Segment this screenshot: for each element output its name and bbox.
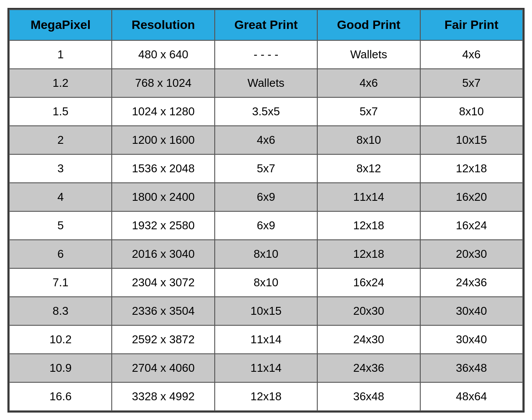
table-row: 21200 x 16004x68x1010x15: [9, 126, 523, 154]
table-cell: 1200 x 1600: [112, 126, 214, 154]
table-cell: 6x9: [215, 211, 317, 240]
table-row: 1.51024 x 12803.5x55x78x10: [9, 97, 523, 126]
table-cell: 1: [9, 40, 112, 69]
table-cell: 11x14: [317, 183, 420, 211]
table-cell: 12x18: [420, 154, 523, 183]
table-cell: 12x18: [317, 211, 420, 240]
table-cell: 5: [9, 211, 112, 240]
table-cell: 2592 x 3872: [112, 325, 214, 354]
table-row: 10.92704 x 406011x1424x3636x48: [9, 354, 523, 382]
table-row: 7.12304 x 30728x1016x2424x36: [9, 268, 523, 297]
main-table-wrapper: MegaPixel Resolution Great Print Good Pr…: [7, 8, 525, 413]
table-cell: 1800 x 2400: [112, 183, 214, 211]
table-cell: 768 x 1024: [112, 69, 214, 97]
table-cell: 5x7: [215, 154, 317, 183]
table-cell: 2016 x 3040: [112, 240, 214, 268]
table-cell: 24x36: [420, 268, 523, 297]
table-cell: 36x48: [317, 382, 420, 411]
table-row: 62016 x 30408x1012x1820x30: [9, 240, 523, 268]
table-cell: 8x10: [317, 126, 420, 154]
table-cell: 7.1: [9, 268, 112, 297]
table-row: 10.22592 x 387211x1424x3030x40: [9, 325, 523, 354]
table-cell: 16x24: [317, 268, 420, 297]
table-row: 16.63328 x 499212x1836x4848x64: [9, 382, 523, 411]
table-cell: 16.6: [9, 382, 112, 411]
table-cell: 16x20: [420, 183, 523, 211]
table-cell: 4: [9, 183, 112, 211]
table-cell: 48x64: [420, 382, 523, 411]
table-cell: Wallets: [215, 69, 317, 97]
table-cell: 10x15: [215, 297, 317, 325]
table-cell: 4x6: [215, 126, 317, 154]
table-cell: 6: [9, 240, 112, 268]
col-header-resolution: Resolution: [112, 10, 214, 40]
table-cell: 3.5x5: [215, 97, 317, 126]
col-header-megapixel: MegaPixel: [9, 10, 112, 40]
table-cell: 8x10: [215, 268, 317, 297]
table-cell: 11x14: [215, 325, 317, 354]
table-row: 51932 x 25806x912x1816x24: [9, 211, 523, 240]
table-cell: 1.5: [9, 97, 112, 126]
col-header-great-print: Great Print: [215, 10, 317, 40]
table-cell: 24x30: [317, 325, 420, 354]
table-cell: 20x30: [420, 240, 523, 268]
table-cell: 24x36: [317, 354, 420, 382]
table-cell: 8x10: [420, 97, 523, 126]
table-cell: - - - -: [215, 40, 317, 69]
table-cell: 12x18: [317, 240, 420, 268]
table-cell: 480 x 640: [112, 40, 214, 69]
table-row: 1.2768 x 1024Wallets4x65x7: [9, 69, 523, 97]
col-header-good-print: Good Print: [317, 10, 420, 40]
table-cell: 4x6: [420, 40, 523, 69]
table-row: 1480 x 640- - - -Wallets4x6: [9, 40, 523, 69]
table-cell: 30x40: [420, 297, 523, 325]
table-cell: 20x30: [317, 297, 420, 325]
table-cell: 5x7: [317, 97, 420, 126]
table-cell: 1.2: [9, 69, 112, 97]
table-cell: 3: [9, 154, 112, 183]
table-row: 31536 x 20485x78x1212x18: [9, 154, 523, 183]
megapixel-table: MegaPixel Resolution Great Print Good Pr…: [9, 9, 523, 411]
table-cell: 2336 x 3504: [112, 297, 214, 325]
table-cell: 2704 x 4060: [112, 354, 214, 382]
table-cell: 30x40: [420, 325, 523, 354]
table-cell: 6x9: [215, 183, 317, 211]
table-cell: 2: [9, 126, 112, 154]
table-cell: 11x14: [215, 354, 317, 382]
table-cell: Wallets: [317, 40, 420, 69]
table-cell: 8x10: [215, 240, 317, 268]
table-cell: 3328 x 4992: [112, 382, 214, 411]
table-cell: 16x24: [420, 211, 523, 240]
table-cell: 1024 x 1280: [112, 97, 214, 126]
table-cell: 4x6: [317, 69, 420, 97]
table-cell: 36x48: [420, 354, 523, 382]
table-cell: 5x7: [420, 69, 523, 97]
table-cell: 12x18: [215, 382, 317, 411]
table-cell: 1932 x 2580: [112, 211, 214, 240]
table-cell: 8x12: [317, 154, 420, 183]
table-cell: 8.3: [9, 297, 112, 325]
table-row: 41800 x 24006x911x1416x20: [9, 183, 523, 211]
table-cell: 1536 x 2048: [112, 154, 214, 183]
table-row: 8.32336 x 350410x1520x3030x40: [9, 297, 523, 325]
table-cell: 2304 x 3072: [112, 268, 214, 297]
table-cell: 10.9: [9, 354, 112, 382]
col-header-fair-print: Fair Print: [420, 10, 523, 40]
table-cell: 10.2: [9, 325, 112, 354]
table-header-row: MegaPixel Resolution Great Print Good Pr…: [9, 10, 523, 40]
table-cell: 10x15: [420, 126, 523, 154]
